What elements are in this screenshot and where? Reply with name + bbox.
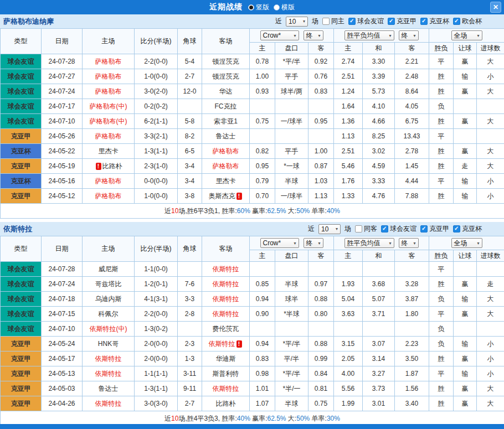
- handicap-line: *半/一: [275, 381, 308, 396]
- goals-result: [477, 129, 504, 144]
- summary-text: 10: [171, 207, 178, 215]
- goals-result: 小: [477, 366, 504, 381]
- away-team: 华迪斯: [202, 352, 250, 366]
- sub-col-avg-away: 客: [395, 250, 429, 262]
- avg-final-select[interactable]: 终▾: [399, 30, 419, 40]
- away-team: 费伦茨瓦: [202, 322, 250, 337]
- avg-odds-select[interactable]: 胜平负均值▾: [344, 238, 394, 248]
- match-result: 胜: [429, 381, 454, 396]
- content-area: 萨格勒布迪纳摩 近10▾场同主球会友谊克亚甲克亚杯欧会杯 类型 日期 主场 比分…: [0, 14, 504, 424]
- avg-odds-select[interactable]: 胜平负均值▾: [344, 30, 394, 40]
- period-select[interactable]: 全场▾: [451, 30, 482, 40]
- checkbox-icon: [348, 18, 356, 25]
- avg-draw: 3.33: [363, 174, 395, 189]
- odds-final-select[interactable]: 终▾: [304, 238, 323, 248]
- goals-result: 大: [477, 159, 504, 174]
- team-section-away: 依斯特拉 近10▾场同客球会友谊克亚甲克亚杯 类型 日期 主场 比分(半场) 角…: [0, 222, 504, 424]
- avg-away: 2.21: [395, 54, 429, 69]
- chevron-down-icon: ▾: [303, 19, 305, 24]
- chevron-down-icon: ▾: [294, 241, 296, 246]
- handicap-line: 半球: [275, 277, 308, 292]
- titlebar: 近期战绩 竖版横版 ✕: [0, 0, 504, 14]
- home-team: 鲁达士: [83, 381, 135, 396]
- layout-radio-horizontal[interactable]: 横版: [274, 3, 295, 12]
- avg-draw: 5.73: [363, 84, 395, 99]
- match-result: 胜: [429, 69, 454, 84]
- goals-result: 大: [477, 292, 504, 307]
- avg-away: [395, 322, 429, 337]
- competition-checkbox-1[interactable]: 克亚甲: [420, 224, 449, 234]
- odds-home: 1.00: [250, 69, 275, 84]
- avg-final-select[interactable]: 终▾: [399, 238, 419, 248]
- competition-checkbox-0[interactable]: 球会友谊: [381, 224, 416, 234]
- odds-away: 0.76: [308, 69, 334, 84]
- avg-away: 3.87: [395, 292, 429, 307]
- odds-away: 0.75: [308, 396, 334, 411]
- odds-company-select[interactable]: Crow*▾: [260, 238, 299, 248]
- match-date: 24-07-27: [42, 69, 83, 84]
- filter-bar: 近10▾场同客球会友谊克亚甲克亚杯: [308, 224, 501, 234]
- match-result: 平: [429, 129, 454, 144]
- summary-row: 近10场,胜4平3负3, 胜率:40% 赢率:62.5% 大:50% 单率:30…: [1, 411, 504, 425]
- odds-away: 0.87: [308, 159, 334, 174]
- competition-checkbox-3[interactable]: 欧会杯: [453, 17, 482, 26]
- avg-draw: [363, 262, 395, 277]
- away-team: 依斯特拉: [202, 381, 250, 396]
- match-count-select[interactable]: 10▾: [318, 224, 341, 234]
- odds-home: 0.94: [250, 337, 275, 352]
- result-group-header: 全场▾: [429, 236, 504, 250]
- close-button[interactable]: ✕: [490, 2, 501, 13]
- match-result: 平: [429, 174, 454, 189]
- avg-home: 1.93: [334, 277, 363, 292]
- score: 0-2(0-2): [135, 99, 178, 114]
- competition-checkbox-2[interactable]: 克亚杯: [453, 224, 482, 234]
- corner-count: 2-7: [178, 396, 202, 411]
- avg-home: [334, 322, 363, 337]
- corner-count: 9-11: [178, 381, 202, 396]
- away-team: 依斯特拉: [202, 292, 250, 307]
- checkbox-icon: [355, 225, 362, 232]
- match-result: 负: [429, 292, 454, 307]
- section-header: 萨格勒布迪纳摩 近10▾场同主球会友谊克亚甲克亚杯欧会杯: [0, 14, 504, 28]
- score: 1-3(0-2): [135, 322, 178, 337]
- match-date: 24-07-10: [42, 114, 83, 129]
- away-team: 华达: [202, 84, 250, 99]
- match-count-select[interactable]: 10▾: [286, 17, 308, 27]
- match-row: 球会友谊24-07-10萨格勒布(中)6-2(1-1)5-8索非亚10.75一/…: [1, 114, 504, 129]
- match-date: 24-05-22: [42, 144, 83, 159]
- odds-home: 0.95: [250, 159, 275, 174]
- competition-checkbox-0[interactable]: 球会友谊: [348, 17, 384, 26]
- match-date: 24-04-26: [42, 396, 83, 411]
- odds-final-select[interactable]: 终▾: [304, 30, 323, 40]
- summary-text: 30%: [327, 415, 340, 422]
- goals-result: 大: [477, 114, 504, 129]
- score: 1-1(0-0): [135, 262, 178, 277]
- same-side-checkbox[interactable]: 同主: [322, 17, 344, 26]
- period-select[interactable]: 全场▾: [451, 238, 482, 248]
- corner-count: 8-2: [178, 129, 202, 144]
- odds-home: 0.82: [250, 144, 275, 159]
- odds-company-select[interactable]: Crow*▾: [260, 30, 299, 40]
- competition-checkbox-1[interactable]: 克亚甲: [388, 17, 416, 26]
- handicap-line: *一球: [275, 159, 308, 174]
- col-header-corner: 角球: [178, 236, 202, 262]
- competition-checkbox-2[interactable]: 克亚杯: [420, 17, 449, 26]
- match-date: 24-07-28: [42, 54, 83, 69]
- chevron-down-icon: ▾: [389, 33, 392, 38]
- odds-away: 1.03: [308, 174, 334, 189]
- same-side-checkbox[interactable]: 同客: [355, 224, 377, 234]
- layout-radio-vertical[interactable]: 竖版: [248, 3, 269, 12]
- away-team: 索非亚1: [202, 114, 250, 129]
- avg-home: 4.00: [334, 366, 363, 381]
- summary-row: 近10场,胜6平3负1, 胜率:60% 赢率:62.5% 大:50% 单率:40…: [1, 204, 504, 219]
- home-team: 萨格勒布: [83, 129, 135, 144]
- handicap-line: *平/半: [275, 54, 308, 69]
- sub-col-avg-home: 主: [334, 250, 363, 262]
- match-result: 平: [429, 54, 454, 69]
- odds-away: 0.92: [308, 54, 334, 69]
- odds-home: 0.94: [250, 292, 275, 307]
- competition-badge: 克亚甲: [1, 129, 42, 144]
- avg-away: 7.88: [395, 189, 429, 204]
- home-team: 哥兹塔比: [83, 277, 135, 292]
- checkbox-icon: [420, 18, 428, 25]
